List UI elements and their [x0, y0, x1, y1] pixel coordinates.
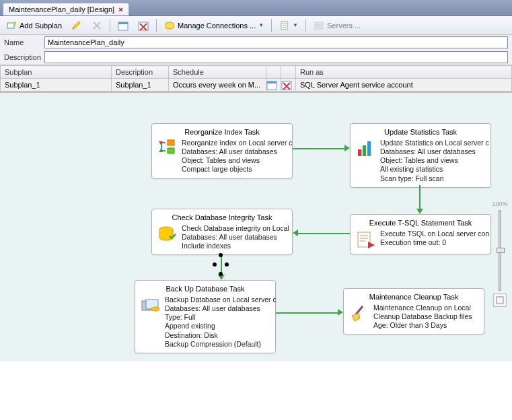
grid-header-row: Subplan Description Schedule Run as [1, 66, 512, 79]
cell-description: Subplan_1 [112, 79, 169, 92]
task-reorganize-index[interactable]: Reorganize Index Task Reorganize index o… [151, 123, 293, 179]
cleanup-broom-icon [349, 304, 369, 324]
task-title: Maintenance Cleanup Task [349, 293, 478, 301]
schedule-cell-button[interactable] [266, 79, 281, 92]
svg-rect-9 [267, 81, 277, 83]
task-title: Check Database Integrity Task [157, 213, 287, 221]
report-icon [279, 20, 290, 31]
svg-rect-12 [168, 148, 174, 153]
calendar-remove-icon [281, 79, 292, 90]
reorganize-index-icon [157, 139, 178, 159]
col-schedule-icon [266, 66, 281, 79]
task-execute-tsql[interactable]: Execute T-SQL Statement Task Execute TSQ… [350, 214, 491, 254]
task-description: Update Statistics on Local server cDatab… [380, 139, 489, 183]
tab-maintenance-plan[interactable]: MaintenancePlan_daily [Design] × [3, 3, 129, 15]
task-description: Maintenance Cleanup on LocalCleanup Data… [373, 304, 472, 330]
statistics-icon [356, 139, 376, 159]
task-description: Check Database integrity on LocalDatabas… [182, 224, 289, 250]
database-check-icon [157, 224, 178, 244]
delete-icon [92, 20, 102, 31]
chevron-down-icon: ▼ [293, 22, 298, 28]
zoom-track[interactable] [499, 210, 501, 291]
manage-connections-button[interactable]: Manage Connections ... ▼ [161, 18, 267, 33]
svg-rect-16 [363, 145, 366, 156]
connections-icon [164, 20, 175, 31]
chevron-down-icon: ▼ [258, 22, 264, 28]
close-icon[interactable]: × [118, 5, 122, 13]
delete-button [88, 18, 106, 33]
schedule-button[interactable] [114, 18, 132, 33]
svg-rect-7 [315, 26, 323, 29]
col-schedule: Schedule [169, 66, 266, 79]
svg-point-23 [151, 307, 159, 311]
design-canvas[interactable]: Reorganize Index Task Reorganize index o… [0, 92, 512, 361]
zoom-slider[interactable]: 100% [492, 201, 508, 307]
tsql-icon [356, 230, 376, 250]
task-title: Back Up Database Task [141, 285, 270, 293]
task-update-statistics[interactable]: Update Statistics Task Update Statistics… [350, 123, 491, 188]
cell-runas: SQL Server Agent service account [296, 79, 512, 92]
task-description: Reorganize index on Local server cDataba… [182, 139, 293, 174]
svg-rect-11 [168, 140, 174, 145]
zoom-thumb[interactable] [497, 248, 505, 253]
cell-schedule: Occurs every week on M... [169, 79, 266, 92]
pencil-icon [71, 20, 82, 31]
subplan-grid: Subplan Description Schedule Run as Subp… [0, 65, 512, 92]
svg-rect-2 [118, 22, 128, 24]
zoom-label: 100% [492, 201, 507, 207]
description-input[interactable] [44, 51, 508, 63]
servers-icon [314, 20, 324, 31]
cell-subplan: Subplan_1 [1, 79, 112, 92]
toolbar-separator [271, 19, 272, 32]
schedule-remove-cell-button[interactable] [281, 79, 296, 92]
task-maintenance-cleanup[interactable]: Maintenance Cleanup Task Maintenance Cle… [343, 288, 484, 335]
calendar-icon [118, 20, 129, 31]
toolbar-separator [305, 19, 306, 32]
task-check-integrity[interactable]: Check Database Integrity Task Check Data… [151, 209, 293, 255]
name-input[interactable] [44, 36, 508, 48]
svg-rect-0 [7, 23, 14, 28]
col-description: Description [112, 66, 169, 79]
col-runas: Run as [296, 66, 512, 79]
task-description: Execute TSQL on Local server conExecutio… [380, 230, 489, 250]
toolbar: Add Subplan Manage Connections ... ▼ ▼ S… [0, 16, 512, 35]
task-description: Backup Database on Local server cDatabas… [165, 295, 277, 349]
add-subplan-label: Add Subplan [20, 22, 62, 30]
grid-row[interactable]: Subplan_1 Subplan_1 Occurs every week on… [1, 79, 512, 92]
calendar-remove-icon [138, 20, 149, 31]
manage-connections-label: Manage Connections ... [178, 22, 256, 30]
plan-properties-panel: Name Description [0, 35, 512, 65]
task-title: Update Statistics Task [356, 128, 485, 136]
name-label: Name [4, 38, 44, 46]
calendar-icon [266, 79, 277, 90]
tab-strip: MaintenancePlan_daily [Design] × [0, 0, 512, 16]
task-title: Reorganize Index Task [157, 128, 287, 136]
remove-schedule-button[interactable] [135, 18, 152, 33]
reporting-button[interactable]: ▼ [276, 18, 301, 33]
toolbar-separator [156, 19, 157, 32]
zoom-fit-button[interactable] [493, 293, 507, 307]
fit-icon [495, 295, 505, 305]
col-subplan: Subplan [1, 66, 112, 79]
toolbar-separator [110, 19, 110, 32]
tab-title: MaintenancePlan_daily [Design] [9, 5, 114, 13]
col-schedule-remove-icon [281, 66, 296, 79]
servers-label: Servers ... [327, 22, 361, 30]
task-backup-database[interactable]: Back Up Database Task Backup Database on… [135, 280, 276, 353]
svg-rect-17 [367, 141, 371, 156]
add-subplan-icon [6, 20, 17, 31]
svg-marker-19 [368, 242, 375, 248]
add-subplan-button[interactable]: Add Subplan [3, 18, 65, 33]
servers-button: Servers ... [310, 18, 364, 33]
description-label: Description [4, 53, 44, 61]
svg-rect-24 [497, 297, 503, 304]
svg-rect-6 [315, 22, 323, 25]
task-title: Execute T-SQL Statement Task [356, 219, 485, 227]
backup-icon [141, 295, 161, 316]
edit-button[interactable] [68, 18, 85, 33]
svg-rect-15 [358, 149, 361, 156]
